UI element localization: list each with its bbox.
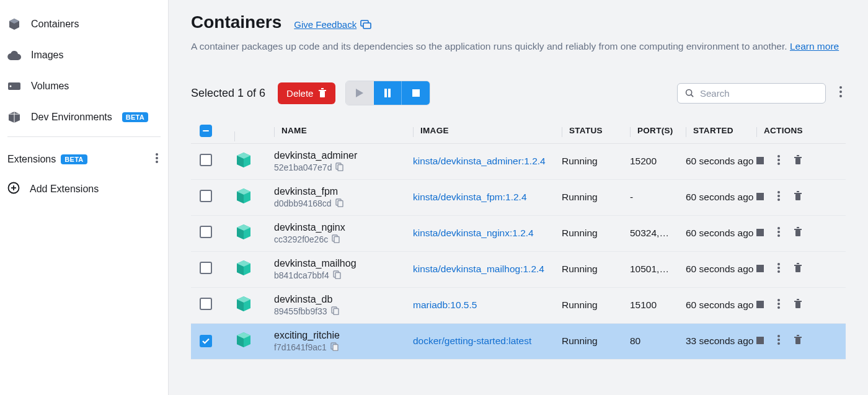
row-stop-button[interactable] (756, 228, 764, 239)
row-checkbox[interactable] (200, 154, 212, 166)
more-vertical-icon (777, 335, 780, 345)
container-name[interactable]: devkinsta_nginx (274, 222, 413, 233)
trash-icon (794, 227, 802, 237)
row-stop-button[interactable] (756, 300, 764, 311)
image-link[interactable]: kinsta/devkinsta_nginx:1.2.4 (413, 228, 534, 238)
add-extensions-label: Add Extensions (30, 184, 99, 195)
svg-rect-49 (795, 194, 800, 200)
row-stop-button[interactable] (756, 335, 764, 347)
col-image[interactable]: IMAGE (413, 126, 562, 135)
image-link[interactable]: kinsta/devkinsta_adminer:1.2.4 (413, 156, 546, 166)
select-all-checkbox[interactable] (200, 125, 212, 137)
status-text: Running (562, 300, 598, 310)
image-link[interactable]: kinsta/devkinsta_fpm:1.2.4 (413, 192, 527, 202)
extensions-menu-button[interactable] (153, 151, 161, 168)
learn-more-link[interactable]: Learn more (790, 41, 839, 51)
container-id: 89455fbb9f33 (274, 306, 327, 316)
container-name[interactable]: devkinsta_db (274, 294, 413, 305)
container-running-icon (234, 296, 274, 314)
feedback-icon (360, 20, 371, 30)
stop-button[interactable] (402, 81, 430, 105)
started-text: 60 seconds ago (686, 300, 753, 310)
copy-id-button[interactable] (333, 270, 341, 281)
row-stop-button[interactable] (756, 192, 764, 203)
row-delete-button[interactable] (794, 227, 802, 239)
row-checkbox[interactable] (200, 226, 212, 238)
row-stop-button[interactable] (756, 264, 764, 275)
svg-rect-31 (338, 164, 343, 171)
svg-rect-56 (756, 229, 764, 236)
table-row: devkinsta_nginx cc3292f0e26c kinsta/devk… (191, 216, 846, 252)
svg-point-71 (777, 270, 780, 273)
image-link[interactable]: kinsta/devkinsta_mailhog:1.2.4 (413, 264, 544, 274)
container-name[interactable]: devkinsta_adminer (274, 150, 413, 161)
col-ports[interactable]: PORT(S) (630, 126, 686, 135)
svg-point-95 (777, 342, 780, 345)
status-text: Running (562, 192, 598, 202)
copy-id-button[interactable] (331, 306, 339, 317)
svg-point-35 (777, 162, 780, 165)
col-status[interactable]: STATUS (562, 126, 630, 135)
row-more-button[interactable] (777, 191, 780, 203)
image-link[interactable]: mariadb:10.5.5 (413, 300, 477, 310)
container-name[interactable]: devkinsta_fpm (274, 186, 413, 197)
svg-marker-18 (356, 89, 363, 97)
table-row: exciting_ritchie f7d1641f9ac1 docker/get… (191, 324, 846, 360)
col-started[interactable]: STARTED (686, 126, 756, 135)
copy-id-button[interactable] (330, 342, 339, 353)
svg-rect-15 (319, 90, 326, 91)
svg-point-8 (156, 157, 158, 159)
svg-rect-92 (756, 337, 764, 344)
pause-button[interactable] (374, 81, 402, 105)
table-body: devkinsta_adminer 52e1ba047e7d kinsta/de… (191, 144, 846, 360)
sidebar-item-images[interactable]: Images (0, 41, 168, 69)
stop-icon (756, 157, 764, 164)
row-checkbox[interactable] (200, 262, 212, 274)
sidebar-item-containers[interactable]: Containers (0, 10, 168, 38)
ports-text: 80 (630, 335, 640, 346)
row-checkbox[interactable] (200, 298, 212, 310)
play-button[interactable] (346, 81, 374, 105)
row-delete-button[interactable] (794, 155, 802, 167)
row-checkbox[interactable] (200, 335, 212, 347)
row-more-button[interactable] (777, 263, 780, 275)
copy-id-button[interactable] (332, 234, 340, 245)
svg-rect-50 (797, 191, 799, 192)
search-input[interactable] (700, 88, 818, 99)
row-more-button[interactable] (777, 227, 780, 239)
container-name[interactable]: exciting_ritchie (274, 330, 413, 341)
sidebar-item-volumes[interactable]: Volumes (0, 72, 168, 100)
image-link[interactable]: docker/getting-started:latest (413, 335, 531, 346)
control-button-group (345, 81, 430, 105)
row-more-button[interactable] (777, 299, 780, 311)
row-more-button[interactable] (777, 155, 780, 167)
svg-point-59 (777, 234, 780, 237)
row-checkbox[interactable] (200, 190, 212, 202)
delete-button[interactable]: Delete (278, 82, 335, 104)
svg-rect-80 (756, 301, 764, 308)
col-name[interactable]: NAME (274, 126, 413, 135)
copy-id-button[interactable] (335, 198, 343, 209)
copy-icon (332, 234, 340, 243)
add-extensions-button[interactable]: Add Extensions (0, 174, 168, 204)
svg-point-25 (839, 91, 842, 93)
svg-point-57 (777, 227, 780, 229)
extensions-label: Extensions (7, 154, 56, 165)
search-field[interactable] (677, 83, 826, 104)
trash-icon (794, 155, 802, 165)
sidebar-item-dev-environments[interactable]: Dev Environments BETA (0, 103, 168, 131)
row-more-button[interactable] (777, 335, 780, 347)
copy-id-button[interactable] (335, 162, 343, 173)
row-stop-button[interactable] (756, 156, 764, 167)
svg-line-23 (691, 95, 694, 97)
trash-icon (318, 88, 327, 98)
container-name[interactable]: devkinsta_mailhog (274, 258, 413, 269)
row-delete-button[interactable] (794, 191, 802, 203)
give-feedback-link[interactable]: Give Feedback (294, 19, 371, 30)
row-delete-button[interactable] (794, 335, 802, 347)
storage-icon (7, 79, 21, 93)
row-delete-button[interactable] (794, 263, 802, 275)
more-options-button[interactable] (836, 82, 846, 104)
svg-rect-16 (320, 91, 325, 97)
row-delete-button[interactable] (794, 299, 802, 311)
